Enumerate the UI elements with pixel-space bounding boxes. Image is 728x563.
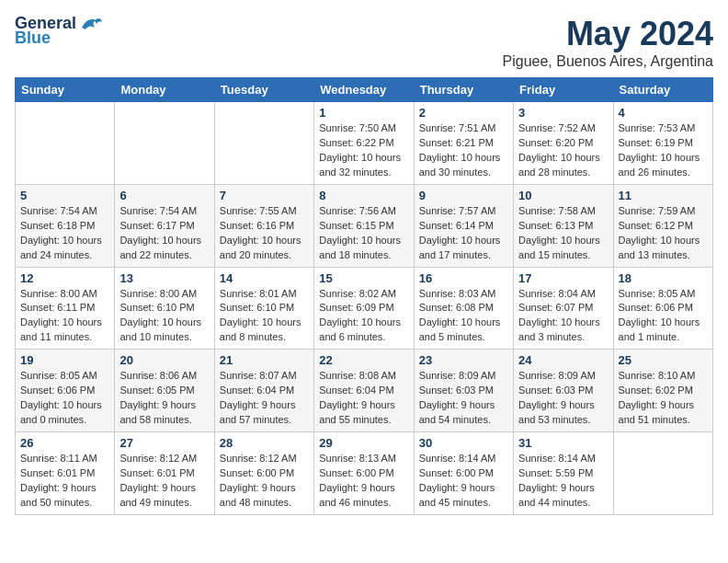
day-info: Sunrise: 8:07 AM Sunset: 6:04 PM Dayligh…	[220, 369, 309, 428]
day-info: Sunrise: 8:14 AM Sunset: 6:00 PM Dayligh…	[419, 452, 508, 511]
day-info: Sunrise: 8:09 AM Sunset: 6:03 PM Dayligh…	[419, 369, 508, 428]
location-title: Piguee, Buenos Aires, Argentina	[503, 53, 714, 70]
day-number: 27	[119, 436, 209, 450]
day-number: 5	[20, 189, 109, 202]
calendar-cell: 3Sunrise: 7:52 AM Sunset: 6:20 PM Daylig…	[514, 102, 613, 185]
day-number: 16	[419, 271, 508, 285]
day-number: 22	[319, 353, 408, 367]
calendar-cell: 18Sunrise: 8:05 AM Sunset: 6:06 PM Dayli…	[613, 267, 712, 350]
day-info: Sunrise: 7:50 AM Sunset: 6:22 PM Dayligh…	[319, 121, 408, 180]
calendar-cell: 24Sunrise: 8:09 AM Sunset: 6:03 PM Dayli…	[514, 350, 613, 432]
day-number: 10	[518, 189, 608, 202]
day-info: Sunrise: 8:13 AM Sunset: 6:00 PM Dayligh…	[319, 452, 408, 511]
calendar-table: SundayMondayTuesdayWednesdayThursdayFrid…	[15, 77, 713, 515]
calendar-cell	[613, 432, 712, 515]
calendar-day-header: Tuesday	[214, 78, 313, 102]
day-info: Sunrise: 8:00 AM Sunset: 6:10 PM Dayligh…	[119, 287, 209, 346]
month-title: May 2024	[503, 15, 714, 53]
calendar-cell: 17Sunrise: 8:04 AM Sunset: 6:07 PM Dayli…	[514, 267, 613, 350]
day-number: 25	[619, 353, 708, 367]
day-number: 14	[220, 271, 309, 285]
day-info: Sunrise: 7:54 AM Sunset: 6:18 PM Dayligh…	[20, 204, 109, 263]
day-info: Sunrise: 8:10 AM Sunset: 6:02 PM Dayligh…	[619, 369, 708, 428]
day-number: 24	[518, 353, 608, 367]
calendar-cell: 31Sunrise: 8:14 AM Sunset: 5:59 PM Dayli…	[514, 432, 613, 515]
day-number: 12	[20, 271, 109, 285]
calendar-cell: 6Sunrise: 7:54 AM Sunset: 6:17 PM Daylig…	[115, 184, 214, 267]
calendar-cell: 15Sunrise: 8:02 AM Sunset: 6:09 PM Dayli…	[314, 267, 414, 350]
calendar-cell: 5Sunrise: 7:54 AM Sunset: 6:18 PM Daylig…	[16, 184, 115, 267]
day-number: 18	[619, 271, 708, 285]
day-number: 13	[119, 271, 209, 285]
day-number: 30	[419, 436, 508, 450]
day-info: Sunrise: 8:03 AM Sunset: 6:08 PM Dayligh…	[419, 287, 508, 346]
day-info: Sunrise: 7:54 AM Sunset: 6:17 PM Dayligh…	[119, 204, 209, 263]
day-number: 21	[220, 353, 309, 367]
calendar-cell: 19Sunrise: 8:05 AM Sunset: 6:06 PM Dayli…	[16, 350, 115, 432]
calendar-cell: 21Sunrise: 8:07 AM Sunset: 6:04 PM Dayli…	[214, 350, 313, 432]
day-number: 28	[220, 436, 309, 450]
calendar-cell	[16, 102, 115, 185]
calendar-cell: 7Sunrise: 7:55 AM Sunset: 6:16 PM Daylig…	[214, 184, 313, 267]
calendar-week-row: 19Sunrise: 8:05 AM Sunset: 6:06 PM Dayli…	[16, 350, 713, 432]
day-info: Sunrise: 8:14 AM Sunset: 5:59 PM Dayligh…	[518, 452, 608, 511]
calendar-cell: 29Sunrise: 8:13 AM Sunset: 6:00 PM Dayli…	[314, 432, 414, 515]
day-info: Sunrise: 8:05 AM Sunset: 6:06 PM Dayligh…	[20, 369, 109, 428]
calendar-cell: 30Sunrise: 8:14 AM Sunset: 6:00 PM Dayli…	[414, 432, 513, 515]
calendar-day-header: Wednesday	[314, 78, 414, 102]
calendar-cell: 26Sunrise: 8:11 AM Sunset: 6:01 PM Dayli…	[16, 432, 115, 515]
day-info: Sunrise: 7:58 AM Sunset: 6:13 PM Dayligh…	[518, 204, 608, 263]
calendar-cell: 23Sunrise: 8:09 AM Sunset: 6:03 PM Dayli…	[414, 350, 513, 432]
day-info: Sunrise: 8:00 AM Sunset: 6:11 PM Dayligh…	[20, 287, 109, 346]
calendar-cell: 12Sunrise: 8:00 AM Sunset: 6:11 PM Dayli…	[16, 267, 115, 350]
calendar-day-header: Saturday	[613, 78, 712, 102]
day-number: 20	[119, 353, 209, 367]
logo-blue: Blue	[15, 29, 51, 48]
day-info: Sunrise: 7:56 AM Sunset: 6:15 PM Dayligh…	[319, 204, 408, 263]
day-info: Sunrise: 8:02 AM Sunset: 6:09 PM Dayligh…	[319, 287, 408, 346]
day-number: 6	[119, 189, 209, 202]
day-info: Sunrise: 7:51 AM Sunset: 6:21 PM Dayligh…	[419, 121, 508, 180]
day-number: 2	[419, 106, 508, 120]
day-number: 19	[20, 353, 109, 367]
day-info: Sunrise: 7:53 AM Sunset: 6:19 PM Dayligh…	[619, 121, 708, 180]
page-header: General Blue May 2024 Piguee, Buenos Air…	[15, 15, 713, 70]
calendar-week-row: 5Sunrise: 7:54 AM Sunset: 6:18 PM Daylig…	[16, 184, 713, 267]
calendar-cell: 16Sunrise: 8:03 AM Sunset: 6:08 PM Dayli…	[414, 267, 513, 350]
logo: General Blue	[15, 15, 104, 48]
day-info: Sunrise: 8:08 AM Sunset: 6:04 PM Dayligh…	[319, 369, 408, 428]
calendar-cell: 2Sunrise: 7:51 AM Sunset: 6:21 PM Daylig…	[414, 102, 513, 185]
calendar-cell: 9Sunrise: 7:57 AM Sunset: 6:14 PM Daylig…	[414, 184, 513, 267]
day-number: 17	[518, 271, 608, 285]
day-number: 3	[518, 106, 608, 120]
day-number: 23	[419, 353, 508, 367]
calendar-week-row: 26Sunrise: 8:11 AM Sunset: 6:01 PM Dayli…	[16, 432, 713, 515]
day-number: 11	[619, 189, 708, 202]
calendar-cell: 8Sunrise: 7:56 AM Sunset: 6:15 PM Daylig…	[314, 184, 414, 267]
day-info: Sunrise: 8:09 AM Sunset: 6:03 PM Dayligh…	[518, 369, 608, 428]
calendar-cell: 13Sunrise: 8:00 AM Sunset: 6:10 PM Dayli…	[115, 267, 214, 350]
calendar-cell: 1Sunrise: 7:50 AM Sunset: 6:22 PM Daylig…	[314, 102, 414, 185]
day-info: Sunrise: 7:55 AM Sunset: 6:16 PM Dayligh…	[220, 204, 309, 263]
calendar-cell: 14Sunrise: 8:01 AM Sunset: 6:10 PM Dayli…	[214, 267, 313, 350]
day-number: 8	[319, 189, 408, 202]
day-info: Sunrise: 8:12 AM Sunset: 6:00 PM Dayligh…	[220, 452, 309, 511]
day-number: 7	[220, 189, 309, 202]
day-info: Sunrise: 7:52 AM Sunset: 6:20 PM Dayligh…	[518, 121, 608, 180]
calendar-cell: 10Sunrise: 7:58 AM Sunset: 6:13 PM Dayli…	[514, 184, 613, 267]
day-number: 15	[319, 271, 408, 285]
day-info: Sunrise: 7:57 AM Sunset: 6:14 PM Dayligh…	[419, 204, 508, 263]
calendar-day-header: Monday	[115, 78, 214, 102]
day-info: Sunrise: 7:59 AM Sunset: 6:12 PM Dayligh…	[619, 204, 708, 263]
day-info: Sunrise: 8:04 AM Sunset: 6:07 PM Dayligh…	[518, 287, 608, 346]
calendar-day-header: Friday	[514, 78, 613, 102]
calendar-cell: 22Sunrise: 8:08 AM Sunset: 6:04 PM Dayli…	[314, 350, 414, 432]
calendar-cell: 4Sunrise: 7:53 AM Sunset: 6:19 PM Daylig…	[613, 102, 712, 185]
day-number: 4	[619, 106, 708, 120]
day-number: 26	[20, 436, 109, 450]
calendar-week-row: 12Sunrise: 8:00 AM Sunset: 6:11 PM Dayli…	[16, 267, 713, 350]
calendar-week-row: 1Sunrise: 7:50 AM Sunset: 6:22 PM Daylig…	[16, 102, 713, 185]
calendar-cell: 11Sunrise: 7:59 AM Sunset: 6:12 PM Dayli…	[613, 184, 712, 267]
day-number: 9	[419, 189, 508, 202]
day-number: 31	[518, 436, 608, 450]
